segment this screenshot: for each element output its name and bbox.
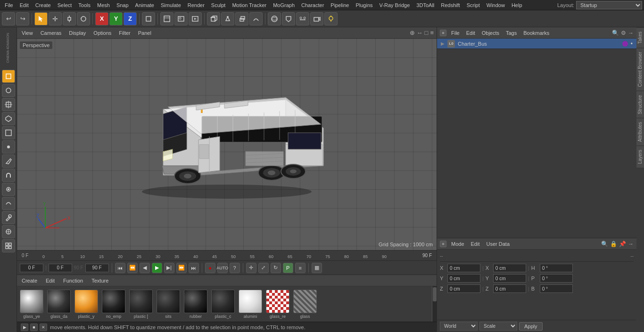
material-sits[interactable]: sits (156, 290, 181, 319)
menu-mesh[interactable]: Mesh (94, 1, 113, 9)
scale-playback-button[interactable]: ⤢ (258, 263, 269, 273)
move-tool-button[interactable]: ✛ (49, 12, 62, 25)
mat-function[interactable]: Function (61, 277, 85, 284)
menu-redshift[interactable]: Redshift (438, 1, 462, 9)
menu-window[interactable]: Window (484, 1, 508, 9)
redo-button[interactable]: ↪ (16, 12, 29, 25)
material-no-emp[interactable]: no_emp (101, 290, 126, 319)
arrow-icon[interactable]: → (628, 30, 634, 36)
layout-select[interactable]: Startup (576, 1, 642, 9)
tab-layers[interactable]: Layers (636, 146, 644, 168)
y-axis-button[interactable]: Y (109, 12, 123, 25)
attr-pin-icon[interactable]: 📌 (619, 241, 626, 247)
magnet-tool-button[interactable] (2, 169, 15, 182)
coord-z-rot[interactable] (493, 284, 526, 293)
go-to-start-button[interactable]: ⏮ (115, 263, 125, 273)
gear-icon[interactable]: ⚙ (621, 30, 626, 36)
view-cube-button[interactable] (207, 12, 220, 25)
menu-tools[interactable]: Tools (75, 1, 93, 9)
material-glass-ye[interactable]: glass_ye (19, 290, 44, 319)
edge-mode-button[interactable] (2, 126, 15, 139)
coord-p-val[interactable] (540, 274, 573, 283)
render-button[interactable] (189, 12, 202, 25)
attr-edit[interactable]: Edit (469, 240, 482, 248)
floor-button[interactable] (296, 12, 309, 25)
move-playback-button[interactable]: ✛ (246, 263, 256, 273)
scale-tool-button[interactable] (63, 12, 76, 25)
light-button[interactable] (324, 12, 338, 25)
vt-view[interactable]: View (20, 29, 35, 37)
status-icon-play[interactable]: ▶ (21, 324, 28, 331)
picture-viewer-button[interactable] (174, 12, 188, 25)
obj-extra-icon[interactable]: • (631, 40, 633, 47)
next-frame-button[interactable]: ⏩ (176, 263, 187, 273)
material-button[interactable] (268, 12, 281, 25)
coord-h-val[interactable] (540, 264, 573, 272)
material-alumini[interactable]: alumini (238, 290, 263, 319)
tab-takes[interactable]: Takes (636, 27, 644, 48)
vt-options[interactable]: Options (91, 29, 113, 37)
menu-plugins[interactable]: Plugins (353, 1, 375, 9)
camera-button[interactable] (310, 12, 323, 25)
status-icon-close[interactable]: ✕ (40, 324, 47, 331)
grid-button[interactable] (2, 239, 15, 252)
timeline-track[interactable]: 0 5 10 15 20 25 30 35 40 45 50 55 60 65 … (42, 251, 411, 260)
undo-button[interactable]: ↩ (2, 12, 15, 25)
autokey-button[interactable]: AUTO (217, 263, 228, 273)
viewport-icon-4[interactable]: ≡ (430, 29, 434, 36)
attr-lock-icon[interactable]: 🔒 (610, 241, 617, 247)
frame-end-input[interactable] (85, 264, 109, 272)
menu-script[interactable]: Script (464, 1, 483, 9)
tab-structure[interactable]: Structure (636, 91, 644, 118)
viewport-icon-3[interactable]: □ (425, 29, 429, 36)
frame-current-input[interactable] (49, 264, 72, 272)
mat-create[interactable]: Create (20, 277, 39, 284)
material-plastic-y[interactable]: plastic_y (74, 290, 99, 319)
coord-x-rot[interactable] (493, 264, 526, 272)
vt-panel[interactable]: Panel (136, 29, 153, 37)
record-button[interactable]: ● (205, 263, 215, 273)
attr-user-data[interactable]: User Data (485, 240, 512, 248)
select-tool-button[interactable] (34, 12, 48, 25)
rotate-tool-button[interactable] (77, 12, 90, 25)
material-plastic[interactable]: plastic [ (128, 290, 154, 319)
material-scroll-thumb[interactable] (433, 287, 437, 301)
tab-attributes[interactable]: Attributes (636, 118, 644, 146)
menu-character[interactable]: Character (298, 1, 327, 9)
search-icon[interactable]: 🔍 (612, 30, 619, 36)
point-mode-button[interactable] (2, 140, 15, 154)
prev-frame-button[interactable]: ⏪ (127, 263, 138, 273)
next-step-button[interactable]: ▶| (164, 263, 174, 273)
obj-visibility-dot[interactable] (622, 41, 628, 47)
obj-objects[interactable]: Objects (480, 29, 501, 37)
rotate-mode-button[interactable] (2, 84, 15, 97)
obj-expand-arrow[interactable]: ▶ (441, 41, 445, 46)
pla-button[interactable]: P (283, 263, 293, 273)
material-glass-re[interactable]: glass_re (265, 290, 290, 319)
help-button[interactable]: ? (230, 263, 240, 273)
knife-tool-button[interactable] (2, 154, 15, 168)
coord-y-rot[interactable] (493, 274, 526, 283)
prev-step-button[interactable]: ◀ (140, 263, 150, 273)
render-region-button[interactable] (160, 12, 173, 25)
z-axis-button[interactable]: Z (124, 12, 137, 25)
menu-motion-tracker[interactable]: Motion Tracker (229, 1, 269, 9)
attr-arrow-icon[interactable]: → (628, 241, 634, 247)
snap-button[interactable] (2, 225, 15, 238)
loop-button[interactable]: ↻ (271, 263, 281, 273)
vt-filter[interactable]: Filter (117, 29, 132, 37)
obj-bookmarks[interactable]: Bookmarks (521, 29, 551, 37)
mat-edit[interactable]: Edit (44, 277, 57, 284)
attr-search-icon[interactable]: 🔍 (601, 241, 608, 247)
vt-cameras[interactable]: Cameras (39, 29, 64, 37)
menu-pipeline[interactable]: Pipeline (328, 1, 352, 9)
material-glass-da[interactable]: glass_da (46, 290, 72, 319)
3d-viewport[interactable]: Perspective (17, 39, 437, 250)
frame-start-input[interactable] (20, 264, 43, 272)
viewport-icon-1[interactable]: ⊕ (410, 29, 415, 36)
coord-y-pos[interactable] (447, 274, 480, 283)
menu-simulate[interactable]: Simulate (158, 1, 184, 9)
menu-sculpt[interactable]: Sculpt (208, 1, 229, 9)
object-row-charter-bus[interactable]: ▶ L0 Charter_Bus • (437, 39, 636, 49)
menu-vray[interactable]: V-Ray Bridge (377, 1, 413, 9)
